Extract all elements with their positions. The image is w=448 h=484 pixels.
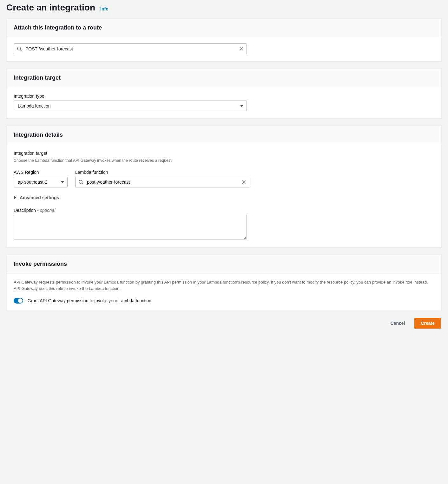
aws-region-value: ap-southeast-2	[18, 180, 47, 185]
page-header: Create an integration Info	[6, 0, 442, 18]
lambda-search-wrap	[75, 177, 249, 187]
integration-type-value: Lambda function	[18, 103, 51, 108]
integration-target-label: Integration target	[14, 151, 434, 156]
attach-route-panel-header: Attach this integration to a route	[7, 19, 441, 37]
grant-permission-label: Grant API Gateway permission to invoke y…	[28, 298, 151, 303]
aws-region-label: AWS Region	[14, 170, 68, 175]
advanced-settings-toggle[interactable]: Advanced settings	[14, 195, 434, 200]
integration-target-hint: Choose the Lambda function that API Gate…	[14, 158, 434, 163]
route-search-input[interactable]	[14, 43, 247, 54]
toggle-knob	[18, 298, 23, 303]
page-title: Create an integration	[6, 3, 95, 13]
invoke-permissions-description: API Gateway requests permission to invok…	[14, 279, 434, 291]
caret-right-icon	[14, 196, 16, 199]
lambda-function-label: Lambda function	[75, 170, 249, 175]
integration-details-panel-title: Integration details	[14, 132, 434, 138]
info-link[interactable]: Info	[100, 6, 109, 11]
create-button[interactable]: Create	[414, 318, 441, 329]
cancel-button[interactable]: Cancel	[384, 318, 411, 329]
integration-target-panel: Integration target Integration type Lamb…	[6, 69, 442, 119]
integration-details-panel-header: Integration details	[7, 126, 441, 144]
description-textarea[interactable]	[14, 215, 247, 239]
integration-details-panel: Integration details Integration target C…	[6, 126, 442, 248]
footer-actions: Cancel Create	[6, 318, 442, 329]
integration-type-label: Integration type	[14, 94, 434, 99]
grant-permission-toggle[interactable]	[14, 298, 23, 304]
invoke-permissions-panel-header: Invoke permissions	[7, 255, 441, 273]
integration-target-panel-title: Integration target	[14, 75, 434, 81]
clear-route-icon[interactable]	[239, 46, 244, 52]
route-search-wrap	[14, 43, 247, 54]
lambda-function-input[interactable]	[75, 177, 249, 187]
integration-type-select[interactable]: Lambda function	[14, 101, 247, 111]
invoke-permissions-panel: Invoke permissions API Gateway requests …	[6, 255, 442, 311]
aws-region-select[interactable]: ap-southeast-2	[14, 177, 68, 187]
invoke-permissions-panel-title: Invoke permissions	[14, 261, 434, 267]
integration-target-panel-header: Integration target	[7, 69, 441, 87]
attach-route-panel-title: Attach this integration to a route	[14, 24, 434, 31]
description-label: Description - optional	[14, 208, 434, 213]
svg-marker-10	[14, 196, 16, 199]
clear-lambda-icon[interactable]	[241, 179, 247, 185]
attach-route-panel: Attach this integration to a route	[6, 18, 442, 62]
advanced-settings-label: Advanced settings	[20, 195, 59, 200]
